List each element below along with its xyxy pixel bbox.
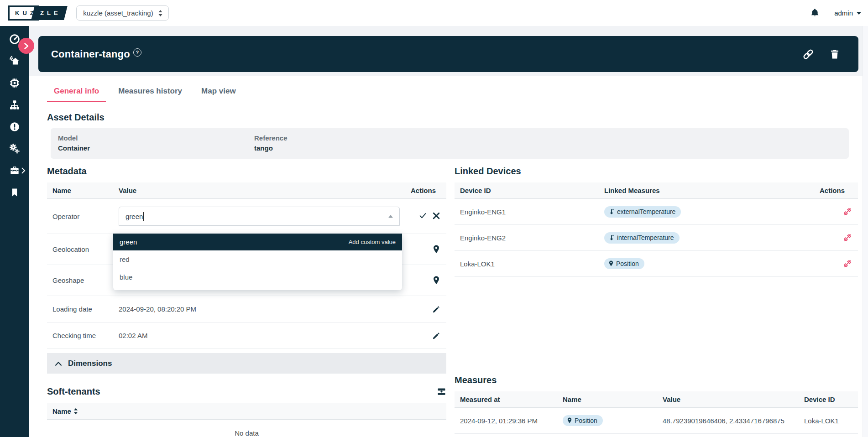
unlink-device-button[interactable] (842, 207, 852, 217)
tab-measures-history[interactable]: Measures history (111, 82, 189, 102)
edit-checking-time-button[interactable] (432, 331, 441, 340)
thermometer-icon (608, 208, 615, 216)
dropdown-option-green[interactable]: green Add custom value (113, 234, 402, 250)
unlink-device-button[interactable] (842, 259, 852, 269)
sidebar (0, 26, 29, 437)
metadata-row-value: 02:02 AM (113, 323, 405, 349)
bell-icon (809, 7, 821, 19)
page-scrollbar[interactable] (863, 26, 868, 437)
model-label: Model (58, 134, 254, 142)
tab-general-info[interactable]: General info (47, 82, 106, 102)
dimensions-title: Dimensions (68, 359, 112, 368)
sidebar-item-tools[interactable] (0, 160, 29, 182)
kuzzle-logo[interactable]: KUZ ZLE (8, 5, 65, 21)
soft-tenants-table: Name No data (47, 403, 446, 437)
view-geolocation-button[interactable] (432, 244, 441, 255)
notifications-bell-button[interactable] (809, 7, 821, 19)
dropdown-option-red[interactable]: red (113, 250, 402, 268)
check-icon (418, 211, 427, 220)
view-geoshape-button[interactable] (432, 275, 441, 286)
asset-details-box: Model Container Reference tango (51, 128, 849, 159)
bookmark-icon (9, 187, 20, 198)
map-pin-icon (432, 275, 441, 286)
map-pin-icon (432, 244, 441, 255)
user-menu-label: admin (834, 9, 853, 17)
kuzzle-logo-right: ZLE (31, 6, 67, 20)
measures-col-device-id: Device ID (799, 391, 858, 408)
metadata-row-name: Geolocation (47, 234, 113, 265)
metadata-row-name: Operator (47, 199, 113, 234)
pencil-icon (432, 331, 441, 340)
dropdown-option-blue[interactable]: blue (113, 268, 402, 286)
unlink-icon (842, 259, 852, 269)
soft-tenants-action-button[interactable] (437, 387, 446, 396)
top-bar: KUZ ZLE kuzzle (asset_tracking) admin (0, 0, 868, 26)
measure-badge-label: externalTemperature (617, 208, 675, 215)
add-custom-value-label[interactable]: Add custom value (349, 239, 396, 245)
soft-tenants-col-name[interactable]: Name (47, 403, 446, 420)
measure-badge: externalTemperature (604, 206, 681, 218)
linked-devices-table: Device ID Linked Measures Actions Engink… (455, 182, 858, 277)
delete-asset-button[interactable] (829, 48, 840, 60)
measure-row: 2024-09-12, 01:29:36 PM Position 48.7923… (455, 408, 858, 434)
help-circle-icon[interactable]: ? (133, 48, 141, 57)
linked-devices-col-device-id: Device ID (455, 182, 599, 199)
user-menu[interactable]: admin (834, 9, 862, 17)
dimensions-section-toggle[interactable]: Dimensions (47, 353, 446, 374)
measures-col-value: Value (657, 391, 799, 408)
linked-devices-title: Linked Devices (455, 166, 858, 177)
unlink-device-button[interactable] (842, 233, 852, 243)
edit-loading-date-button[interactable] (432, 305, 441, 314)
reference-label: Reference (254, 134, 288, 142)
thermometer-icon (608, 234, 615, 242)
sidebar-item-bookmarks[interactable] (0, 182, 29, 203)
sidebar-item-hierarchy[interactable] (0, 94, 29, 116)
settings-gears-icon (9, 143, 21, 155)
soft-tenants-header: Soft-tenants (47, 386, 446, 397)
sidebar-item-alerts[interactable] (0, 116, 29, 138)
map-pin-icon (566, 417, 573, 424)
metadata-col-value: Value (113, 182, 405, 199)
operator-value-dropdown: green Add custom value red blue (113, 234, 402, 290)
operator-value-input[interactable]: green (119, 207, 400, 226)
measure-badge-label: internalTemperature (617, 234, 674, 241)
metadata-row-checking-time: Checking time 02:02 AM (47, 323, 446, 349)
operator-input-text: green (125, 213, 143, 220)
sidebar-expand-button[interactable] (18, 38, 34, 54)
asset-title: Container-tango (51, 48, 130, 60)
tab-map-view[interactable]: Map view (194, 82, 243, 102)
measure-badge: internalTemperature (604, 232, 680, 244)
link-icon (802, 48, 815, 61)
chevron-up-icon (54, 360, 63, 367)
confirm-edit-button[interactable] (418, 211, 427, 220)
sidebar-item-devices[interactable] (0, 72, 29, 94)
unlink-icon (842, 207, 852, 217)
measure-badge-label: Position (575, 417, 597, 424)
linked-devices-col-actions: Actions (814, 182, 858, 199)
measures-section: Measures Measured at Name Value Device I… (455, 375, 858, 434)
cancel-edit-button[interactable] (432, 211, 441, 220)
measures-col-measured-at: Measured at (455, 391, 557, 408)
device-id-cell: Enginko-ENG2 (455, 225, 599, 251)
linked-device-row: Enginko-ENG2 internalTemperature (455, 225, 858, 251)
main-content: Container-tango ? (29, 26, 868, 437)
caret-up-icon[interactable] (388, 214, 393, 218)
reference-value: tango (254, 144, 288, 152)
chevron-right-icon (21, 167, 26, 174)
model-value: Container (58, 144, 254, 152)
sidebar-item-settings[interactable] (0, 138, 29, 160)
metadata-row-operator: Operator green (47, 199, 446, 234)
right-column: Linked Devices Device ID Linked Measures… (455, 159, 858, 434)
map-pin-icon (608, 260, 614, 267)
devices-chip-icon (9, 77, 21, 89)
linked-device-row: Enginko-ENG1 externalTemperature (455, 199, 858, 225)
soft-tenants-title: Soft-tenants (47, 386, 100, 397)
measure-badge-label: Position (616, 260, 639, 267)
caret-down-icon (856, 11, 862, 15)
linked-device-row: Loka-LOK1 Position (455, 251, 858, 277)
copy-link-button[interactable] (802, 48, 815, 61)
text-cursor (143, 212, 144, 221)
metadata-row-name: Loading date (47, 296, 113, 323)
measures-col-name: Name (557, 391, 657, 408)
application-select[interactable]: kuzzle (asset_tracking) (76, 5, 168, 21)
